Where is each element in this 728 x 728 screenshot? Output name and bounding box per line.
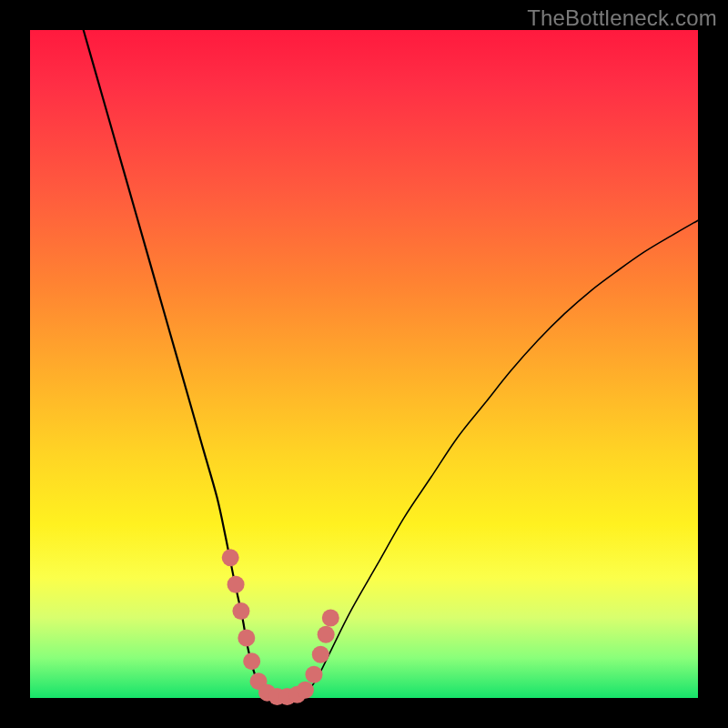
highlight-dot: [228, 576, 245, 593]
curve-right-branch: [308, 220, 698, 693]
highlight-dot: [312, 646, 329, 663]
highlight-dot: [243, 652, 260, 670]
highlight-markers: [222, 549, 339, 705]
plot-area: [30, 30, 698, 698]
highlight-dot: [305, 666, 322, 683]
chart-frame: TheBottleneck.com: [0, 0, 728, 728]
highlight-dot: [222, 549, 239, 566]
watermark-text: TheBottleneck.com: [527, 5, 717, 31]
highlight-dot: [322, 609, 339, 626]
curve-left-branch: [84, 30, 268, 694]
highlight-dot: [238, 629, 255, 646]
curve-layer: [30, 30, 698, 698]
highlight-dot: [318, 626, 335, 643]
highlight-dot: [232, 602, 249, 620]
highlight-dot: [297, 682, 314, 699]
